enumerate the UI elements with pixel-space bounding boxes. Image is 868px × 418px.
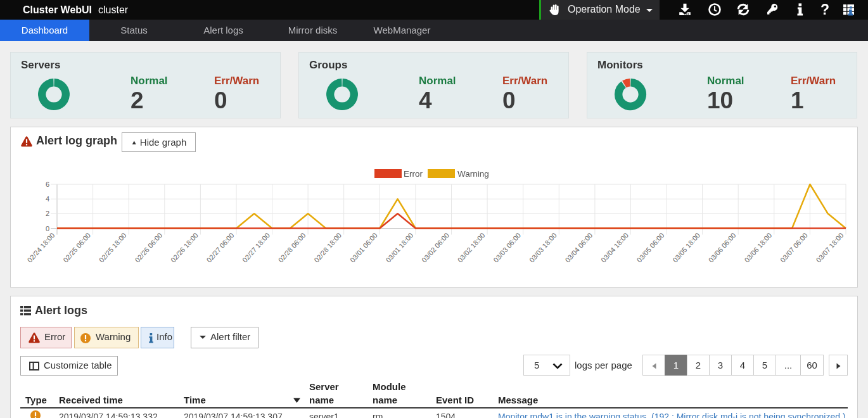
svg-text:03/06 18:00: 03/06 18:00 — [743, 231, 773, 263]
svg-text:03/06 06:00: 03/06 06:00 — [707, 231, 737, 263]
svg-text:03/05 06:00: 03/05 06:00 — [635, 231, 666, 263]
svg-text:6: 6 — [46, 180, 49, 188]
svg-text:02/28 18:00: 02/28 18:00 — [312, 231, 343, 263]
svg-text:03/01 06:00: 03/01 06:00 — [348, 231, 379, 263]
svg-text:02/24 18:00: 02/24 18:00 — [26, 231, 56, 263]
svg-text:02/26 18:00: 02/26 18:00 — [169, 231, 200, 263]
svg-text:02/25 06:00: 02/25 06:00 — [61, 231, 92, 263]
svg-text:03/02 18:00: 03/02 18:00 — [456, 231, 487, 263]
svg-text:03/02 06:00: 03/02 06:00 — [420, 231, 450, 263]
svg-text:02/26 06:00: 02/26 06:00 — [133, 231, 163, 263]
svg-text:03/03 18:00: 03/03 18:00 — [528, 231, 558, 263]
svg-text:03/07 18:00: 03/07 18:00 — [815, 231, 845, 263]
svg-text:4: 4 — [46, 195, 49, 203]
svg-text:02/25 18:00: 02/25 18:00 — [98, 231, 128, 263]
svg-text:02/27 18:00: 02/27 18:00 — [241, 231, 271, 263]
svg-text:03/01 18:00: 03/01 18:00 — [385, 231, 415, 263]
svg-text:03/04 06:00: 03/04 06:00 — [564, 231, 594, 263]
svg-text:03/04 18:00: 03/04 18:00 — [599, 231, 630, 263]
svg-text:02/28 06:00: 02/28 06:00 — [277, 231, 307, 263]
svg-text:03/05 18:00: 03/05 18:00 — [671, 231, 701, 263]
svg-text:03/03 06:00: 03/03 06:00 — [492, 231, 522, 263]
svg-text:0: 0 — [46, 225, 49, 232]
svg-text:2: 2 — [46, 210, 49, 217]
svg-text:03/07 06:00: 03/07 06:00 — [779, 231, 809, 263]
svg-text:02/27 06:00: 02/27 06:00 — [205, 231, 236, 263]
